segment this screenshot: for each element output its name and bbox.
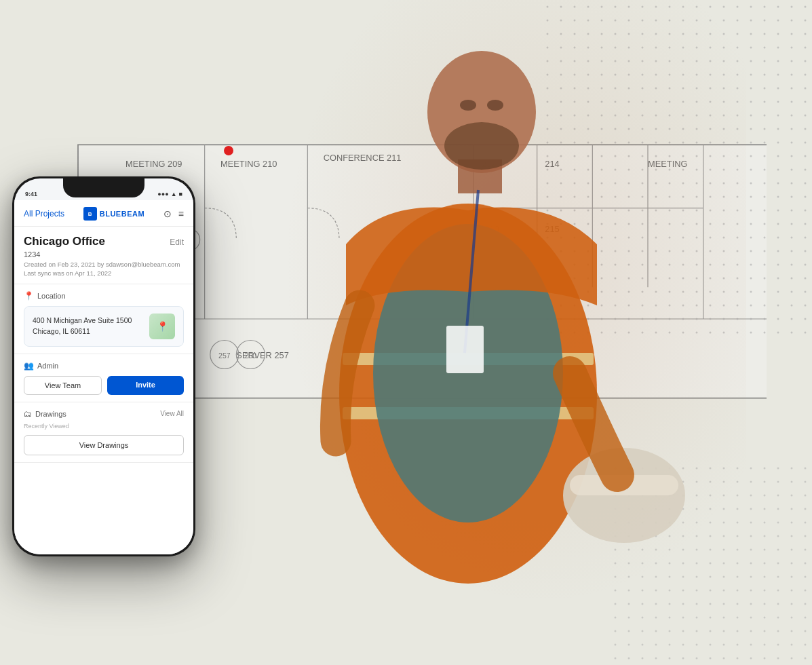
svg-rect-32 (608, 461, 812, 665)
phone-mockup: 9:41 ●●● ▲ ■ All Projects B BLUEBEAM (12, 176, 195, 556)
project-created-meta: Created on Feb 23, 2021 by sdawson@blueb… (24, 260, 184, 269)
drawings-icon: 🗂 (24, 409, 32, 419)
project-id: 1234 (24, 250, 184, 259)
phone-screen: 9:41 ●●● ▲ ■ All Projects B BLUEBEAM (14, 178, 193, 554)
view-all-drawings-button[interactable]: View All (160, 410, 184, 417)
svg-text:260: 260 (245, 352, 257, 360)
blueprint-marker (224, 146, 233, 155)
menu-icon[interactable]: ≡ (178, 208, 184, 219)
svg-text:CONFERENCE 211: CONFERENCE 211 (324, 153, 402, 163)
phone-app-content: All Projects B BLUEBEAM ⊙ ≡ Chi (14, 200, 193, 554)
signal-icon: ●●● (157, 191, 168, 197)
svg-text:215: 215 (545, 224, 559, 234)
location-label-text: Location (37, 292, 66, 300)
user-icon[interactable]: ⊙ (163, 208, 172, 219)
svg-text:257: 257 (218, 352, 231, 360)
phone-notch (63, 178, 144, 197)
phone-nav-bar: All Projects B BLUEBEAM ⊙ ≡ (14, 200, 193, 227)
svg-text:MEETING 209: MEETING 209 (125, 159, 182, 169)
admin-label: 👥 Admin (24, 361, 184, 370)
map-pin-icon: 📍 (157, 321, 168, 332)
project-header: Chicago Office Edit 1234 Created on Feb … (14, 227, 193, 284)
invite-button[interactable]: Invite (107, 376, 184, 395)
nav-action-icons: ⊙ ≡ (163, 208, 184, 219)
view-team-button[interactable]: View Team (24, 376, 102, 395)
recently-viewed-label: Recently Viewed (24, 423, 184, 430)
admin-label-text: Admin (37, 362, 58, 370)
project-edit-button[interactable]: Edit (170, 238, 184, 247)
project-sync-meta: Last sync was on Apr 11, 2022 (24, 269, 184, 278)
dot-pattern-bottom (608, 461, 812, 665)
drawings-label: 🗂 Drawings (24, 409, 66, 419)
scene-container: MEETING 209 MEETING 210 CONFERENCE 211 2… (0, 0, 812, 665)
status-time: 9:41 (25, 191, 37, 197)
svg-text:213: 213 (485, 224, 499, 234)
drawings-header: 🗂 Drawings View All (24, 409, 184, 419)
admin-icon: 👥 (24, 361, 34, 370)
nav-all-projects[interactable]: All Projects (24, 209, 64, 218)
team-buttons: View Team Invite (24, 376, 184, 395)
svg-text:MEETING 210: MEETING 210 (220, 159, 277, 169)
svg-text:214: 214 (545, 159, 559, 169)
bluebeam-logo-icon: B (83, 207, 97, 221)
nav-logo: B BLUEBEAM (83, 207, 144, 221)
location-label: 📍 Location (24, 291, 184, 301)
address-line1: 400 N Michigan Ave Suite 1500 (33, 316, 132, 326)
wifi-icon: ▲ (171, 191, 177, 197)
location-section: 📍 Location 400 N Michigan Ave Suite 1500… (14, 284, 193, 354)
drawings-section: 🗂 Drawings View All Recently Viewed View… (14, 402, 193, 463)
location-icon: 📍 (24, 291, 34, 301)
map-thumbnail[interactable]: 📍 (149, 314, 175, 339)
svg-text:212: 212 (482, 159, 496, 169)
drawings-label-text: Drawings (35, 410, 66, 418)
battery-icon: ■ (179, 191, 182, 197)
status-icons: ●●● ▲ ■ (157, 191, 182, 197)
address-line2: Chicago, IL 60611 (33, 326, 132, 337)
project-title: Chicago Office (24, 235, 105, 248)
admin-section: 👥 Admin View Team Invite (14, 354, 193, 402)
svg-text:MEETING: MEETING (648, 159, 687, 169)
location-card[interactable]: 400 N Michigan Ave Suite 1500 Chicago, I… (24, 306, 184, 347)
phone-outer-shell: 9:41 ●●● ▲ ■ All Projects B BLUEBEAM (12, 176, 195, 556)
location-address: 400 N Michigan Ave Suite 1500 Chicago, I… (33, 316, 132, 337)
view-drawings-button[interactable]: View Drawings (24, 435, 184, 455)
bluebeam-logo-text: BLUEBEAM (100, 210, 144, 218)
project-title-row: Chicago Office Edit (24, 235, 184, 248)
